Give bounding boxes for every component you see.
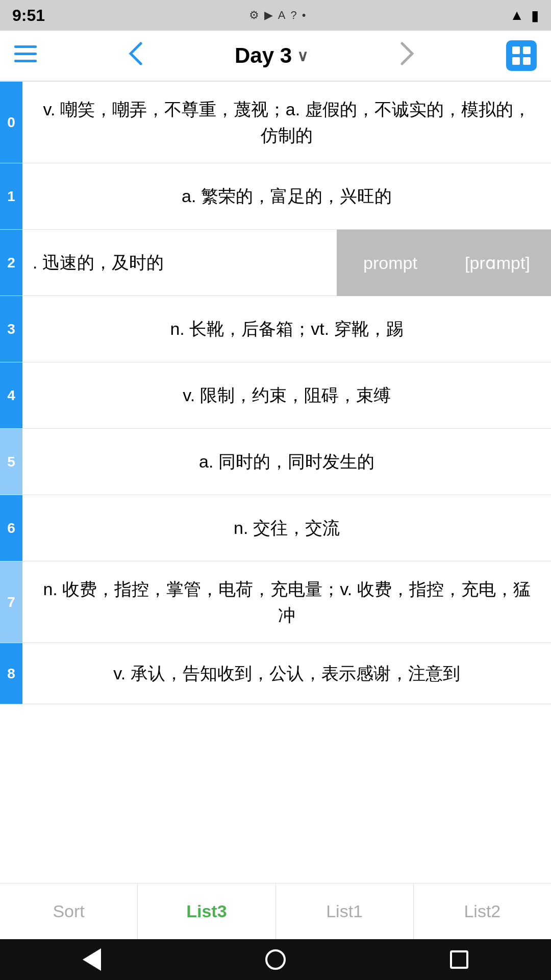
row-index: 5 [0, 429, 22, 495]
row-definition: n. 收费，指控，掌管，电荷，充电量；v. 收费，指控，充电，猛冲 [22, 561, 551, 643]
popup-word[interactable]: prompt [337, 230, 444, 296]
row-index: 6 [0, 495, 22, 561]
svg-rect-4 [523, 46, 531, 54]
word-row[interactable]: 8 v. 承认，告知收到，公认，表示感谢，注意到 [0, 643, 551, 704]
bottom-tabs: Sort List3 List1 List2 [0, 883, 551, 939]
row-definition: n. 交往，交流 [22, 495, 551, 561]
row-index: 8 [0, 643, 22, 704]
settings-icon: ⚙ [249, 9, 259, 22]
row-definition: a. 同时的，同时发生的 [22, 429, 551, 495]
top-nav: Day 3 ∨ [0, 31, 551, 82]
row-definition: v. 承认，告知收到，公认，表示感谢，注意到 [22, 643, 551, 704]
word-row[interactable]: 6 n. 交往，交流 [0, 495, 551, 561]
sys-home-button[interactable] [260, 944, 291, 975]
word-row-popup[interactable]: 2 . 迅速的，及时的 prompt [prɑmpt] [0, 230, 551, 296]
signal-icon: ▲ [510, 7, 524, 23]
tab-list1[interactable]: List1 [276, 884, 414, 939]
row-index: 4 [0, 362, 22, 428]
popup-overlay: prompt [prɑmpt] [337, 230, 551, 296]
svg-rect-5 [512, 57, 520, 65]
status-time: 9:51 [12, 6, 45, 25]
tab-list2[interactable]: List2 [414, 884, 551, 939]
row-partial-definition: . 迅速的，及时的 [22, 251, 164, 275]
battery-icon: ▮ [531, 7, 539, 24]
status-icons: ⚙ ▶ A ? • [249, 9, 306, 22]
row-definition: a. 繁荣的，富足的，兴旺的 [22, 163, 551, 229]
tab-list3-label: List3 [186, 901, 227, 921]
title-chevron-icon: ∨ [297, 47, 308, 65]
word-row[interactable]: 7 n. 收费，指控，掌管，电荷，充电量；v. 收费，指控，充电，猛冲 [0, 561, 551, 643]
row-index: 1 [0, 163, 22, 229]
status-bar: 9:51 ⚙ ▶ A ? • ▲ ▮ [0, 0, 551, 31]
row-index: 0 [0, 82, 22, 163]
tab-list3[interactable]: List3 [138, 884, 276, 939]
system-nav [0, 939, 551, 980]
menu-icon[interactable] [14, 45, 37, 66]
svg-rect-2 [14, 60, 37, 62]
row-definition: v. 嘲笑，嘲弄，不尊重，蔑视；a. 虚假的，不诚实的，模拟的，仿制的 [22, 82, 551, 163]
tab-sort[interactable]: Sort [0, 884, 138, 939]
word-row[interactable]: 3 n. 长靴，后备箱；vt. 穿靴，踢 [0, 296, 551, 362]
status-right: ▲ ▮ [510, 7, 539, 24]
dot-icon: • [302, 9, 306, 22]
row-definition: v. 限制，约束，阻碍，束缚 [22, 362, 551, 428]
day-title[interactable]: Day 3 ∨ [235, 43, 308, 68]
word-row[interactable]: 4 v. 限制，约束，阻碍，束缚 [0, 362, 551, 429]
row-index: 3 [0, 296, 22, 362]
day-title-text: Day 3 [235, 43, 292, 68]
back-button[interactable] [129, 41, 143, 70]
tab-sort-label: Sort [53, 901, 84, 921]
tab-list1-label: List1 [326, 901, 363, 921]
row-index: 7 [0, 561, 22, 643]
wifi-icon: ? [291, 9, 297, 22]
word-row[interactable]: 0 v. 嘲笑，嘲弄，不尊重，蔑视；a. 虚假的，不诚实的，模拟的，仿制的 [0, 82, 551, 163]
font-icon: A [278, 9, 286, 22]
sys-back-button[interactable] [77, 944, 107, 975]
popup-phonetic[interactable]: [prɑmpt] [444, 230, 551, 296]
grid-view-button[interactable] [506, 40, 537, 71]
row-index: 2 [0, 230, 22, 296]
sys-recents-button[interactable] [444, 944, 474, 975]
svg-rect-3 [512, 46, 520, 54]
svg-rect-0 [14, 45, 37, 48]
word-row[interactable]: 5 a. 同时的，同时发生的 [0, 429, 551, 495]
svg-rect-6 [523, 57, 531, 65]
row-definition: n. 长靴，后备箱；vt. 穿靴，踢 [22, 296, 551, 362]
svg-rect-1 [14, 53, 37, 55]
play-icon: ▶ [264, 9, 273, 22]
forward-button[interactable] [400, 41, 414, 70]
word-row[interactable]: 1 a. 繁荣的，富足的，兴旺的 [0, 163, 551, 230]
word-list: 0 v. 嘲笑，嘲弄，不尊重，蔑视；a. 虚假的，不诚实的，模拟的，仿制的 1 … [0, 82, 551, 704]
tab-list2-label: List2 [464, 901, 500, 921]
